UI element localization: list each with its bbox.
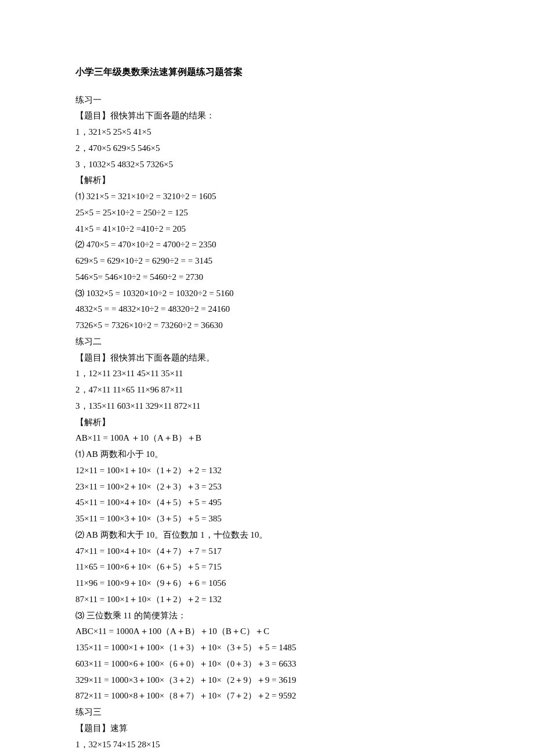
text-line: 872×11 = 1000×8＋100×（8＋7）＋10×（7＋2）＋2 = 9… [75, 688, 459, 704]
text-line: 45×11 = 100×4＋10×（4＋5）＋5 = 495 [75, 495, 459, 511]
text-line: 练习一 [75, 92, 459, 109]
text-line: ⑴ 321×5 = 321×10÷2 = 3210÷2 = 1605 [75, 189, 459, 205]
text-line: 练习三 [75, 704, 459, 721]
text-line: ABC×11 = 1000A＋100（A＋B）＋10（B＋C）＋C [75, 624, 459, 640]
text-line: 12×11 = 100×1＋10×（1＋2）＋2 = 132 [75, 463, 459, 479]
text-line: 3，1032×5 4832×5 7326×5 [75, 157, 459, 173]
text-line: ⑴ AB 两数和小于 10。 [75, 447, 459, 463]
text-line: 47×11 = 100×4＋10×（4＋7）＋7 = 517 [75, 543, 459, 560]
text-line: 41×5 = 41×10÷2 =410÷2 = 205 [75, 221, 459, 237]
text-line: 603×11 = 1000×6＋100×（6＋0）＋10×（0＋3）＋3 = 6… [75, 656, 459, 672]
text-line: 629×5 = 629×10÷2 = 6290÷2 = = 3145 [75, 253, 459, 269]
text-line: 1，32×15 74×15 28×15 [75, 737, 459, 753]
text-line: 11×96 = 100×9＋10×（9＋6）＋6 = 1056 [75, 575, 459, 592]
text-line: 35×11 = 100×3＋10×（3＋5）＋5 = 385 [75, 511, 459, 527]
text-line: ⑶ 1032×5 = 10320×10÷2 = 10320÷2 = 5160 [75, 286, 459, 302]
text-line: 2，438×15 284×15 672×15 [75, 753, 459, 756]
text-line: 87×11 = 100×1＋10×（1＋2）＋2 = 132 [75, 592, 459, 608]
text-line: 【题目】很快算出下面各题的结果： [75, 108, 459, 124]
text-line: 546×5= 546×10÷2 = 5460÷2 = 2730 [75, 269, 459, 286]
text-line: 2，47×11 11×65 11×96 87×11 [75, 382, 459, 398]
text-line: 7326×5 = 7326×10÷2 = 73260÷2 = 36630 [75, 318, 459, 334]
text-line: 329×11 = 1000×3＋100×（3＋2）＋10×（2＋9）＋9 = 3… [75, 672, 459, 689]
text-line: ⑵ AB 两数和大于 10。百位数加 1，十位数去 10。 [75, 527, 459, 543]
text-line: ⑶ 三位数乘 11 的简便算法： [75, 608, 459, 624]
text-line: 3，135×11 603×11 329×11 872×11 [75, 398, 459, 415]
text-line: 11×65 = 100×6＋10×（6＋5）＋5 = 715 [75, 559, 459, 575]
text-line: 练习二 [75, 334, 459, 350]
text-line: 4832×5 = = 4832×10÷2 = 48320÷2 = 24160 [75, 301, 459, 318]
text-line: 135×11 = 1000×1＋100×（1＋3）＋10×（3＋5）＋5 = 1… [75, 640, 459, 656]
text-line: 23×11 = 100×2＋10×（2＋3）＋3 = 253 [75, 479, 459, 495]
text-line: 【解析】 [75, 415, 459, 431]
text-line: 【解析】 [75, 172, 459, 189]
document-body: 练习一【题目】很快算出下面各题的结果：1，321×5 25×5 41×52，47… [75, 92, 459, 756]
text-line: ⑵ 470×5 = 470×10÷2 = 4700÷2 = 2350 [75, 237, 459, 253]
text-line: 【题目】很快算出下面各题的结果。 [75, 350, 459, 366]
text-line: 2，470×5 629×5 546×5 [75, 141, 459, 157]
text-line: 【题目】速算 [75, 721, 459, 737]
text-line: AB×11 = 100A ＋10（A＋B）＋B [75, 430, 459, 447]
text-line: 1，321×5 25×5 41×5 [75, 124, 459, 141]
text-line: 1，12×11 23×11 45×11 35×11 [75, 366, 459, 382]
document-title: 小学三年级奥数乘法速算例题练习题答案 [75, 64, 459, 81]
text-line: 25×5 = 25×10÷2 = 250÷2 = 125 [75, 205, 459, 221]
